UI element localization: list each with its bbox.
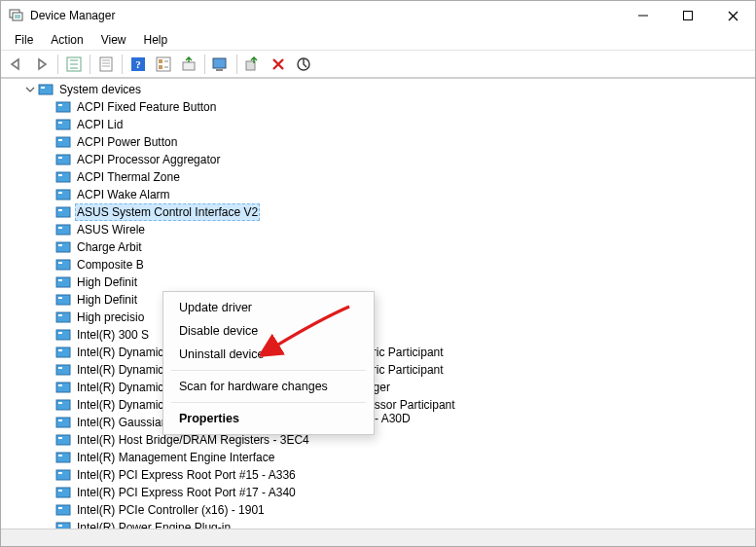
ctx-disable-device[interactable]: Disable device — [163, 319, 374, 343]
svg-rect-44 — [58, 227, 62, 229]
disable-device-button[interactable] — [292, 53, 315, 76]
device-icon — [55, 204, 71, 220]
device-icon — [55, 520, 71, 529]
tree-device-label: Intel(R) PCI Express Root Port #17 - A34… — [75, 484, 298, 501]
device-icon — [55, 292, 71, 308]
tree-device-label: ACPI Fixed Feature Button — [75, 98, 218, 116]
tree-device-item[interactable]: Intel(R) PCIe Controller (x16) - 1901 — [44, 501, 755, 519]
device-icon — [55, 257, 71, 273]
svg-rect-71 — [56, 470, 70, 480]
svg-rect-49 — [56, 277, 70, 287]
enable-device-button[interactable] — [241, 53, 265, 76]
svg-rect-43 — [56, 225, 70, 235]
window-title: Device Manager — [30, 9, 621, 22]
tree-device-item[interactable]: Intel(R) Host Bridge/DRAM Registers - 3E… — [44, 431, 755, 449]
tree-device-label: ACPI Wake Alarm — [75, 186, 172, 203]
tree-device-item[interactable]: Intel(R) Dynamic Platform and Thermal Fr… — [44, 361, 755, 379]
ctx-properties[interactable]: Properties — [163, 407, 374, 430]
svg-rect-27 — [39, 85, 53, 94]
help-button[interactable]: ? — [126, 53, 150, 76]
tree-device-item[interactable]: Intel(R) Dynamic Platform and Thermal Fr… — [44, 379, 755, 396]
svg-rect-52 — [58, 297, 62, 299]
device-icon — [55, 362, 71, 378]
tree-device-item[interactable]: Charge Arbit — [44, 238, 755, 256]
menu-view[interactable]: View — [93, 32, 134, 48]
svg-rect-63 — [56, 400, 70, 410]
svg-rect-67 — [56, 435, 70, 445]
tree-device-item[interactable]: High Definit — [44, 274, 755, 291]
scan-hardware-button[interactable] — [209, 53, 233, 76]
ctx-scan-hardware[interactable]: Scan for hardware changes — [163, 375, 374, 398]
ctx-uninstall-device[interactable]: Uninstall device — [163, 343, 374, 366]
tree-device-item[interactable]: ASUS Wirele — [44, 221, 755, 238]
svg-rect-24 — [216, 69, 223, 71]
svg-rect-55 — [56, 330, 70, 340]
show-hide-tree-button[interactable] — [62, 53, 86, 76]
device-icon — [55, 380, 71, 395]
tree-device-item[interactable]: ACPI Power Button — [44, 133, 755, 151]
device-icon — [55, 485, 71, 500]
minimize-button[interactable] — [621, 1, 666, 30]
svg-rect-39 — [56, 190, 70, 200]
tree-device-item[interactable]: Intel(R) Dynamic Platform and Thermal Fr… — [44, 344, 755, 361]
svg-rect-4 — [684, 12, 693, 20]
tree-device-item[interactable]: Composite B — [44, 256, 755, 274]
svg-rect-59 — [56, 365, 70, 375]
ctx-update-driver[interactable]: Update driver — [163, 296, 374, 319]
tree-device-label: ASUS System Control Interface V2 — [75, 203, 260, 221]
app-icon — [9, 8, 24, 23]
device-icon — [55, 117, 71, 132]
tree-device-item[interactable]: ACPI Fixed Feature Button — [44, 98, 755, 116]
svg-rect-54 — [58, 314, 62, 316]
svg-rect-30 — [58, 104, 62, 106]
tree-category-system-devices[interactable]: System devices — [24, 81, 755, 98]
tree-device-item[interactable]: Intel(R) 300 S — [44, 326, 755, 344]
tree-device-item[interactable]: High precisio — [44, 309, 755, 326]
uninstall-device-button[interactable] — [267, 53, 290, 76]
svg-rect-69 — [56, 453, 70, 462]
svg-rect-37 — [56, 172, 70, 182]
close-button[interactable] — [710, 1, 755, 30]
svg-rect-41 — [56, 207, 70, 217]
svg-rect-42 — [58, 209, 62, 211]
back-button[interactable] — [5, 53, 28, 76]
forward-button[interactable] — [30, 53, 54, 76]
tree-device-item[interactable]: Intel(R) Power Engine Plug-in — [44, 519, 755, 529]
tree-device-item[interactable]: Intel(R) PCI Express Root Port #17 - A34… — [44, 484, 755, 501]
svg-rect-46 — [58, 244, 62, 246]
device-icon — [55, 152, 71, 167]
tree-device-item[interactable]: ACPI Wake Alarm — [44, 186, 755, 203]
window-controls — [621, 1, 755, 30]
tree-device-item[interactable]: Intel(R) Management Engine Interface — [44, 449, 755, 466]
svg-rect-38 — [58, 174, 62, 176]
tree-device-label: High Definit — [75, 291, 139, 309]
svg-rect-33 — [56, 137, 70, 147]
device-icon — [55, 467, 71, 483]
menu-file[interactable]: File — [7, 32, 41, 48]
maximize-button[interactable] — [666, 1, 710, 30]
titlebar: Device Manager — [1, 1, 755, 30]
update-driver-button[interactable] — [177, 53, 200, 76]
truncated-row-suffix: - A30D — [375, 412, 411, 425]
tree-device-label: Intel(R) Power Engine Plug-in — [75, 519, 233, 529]
tree-device-item[interactable]: ACPI Processor Aggregator — [44, 151, 755, 168]
device-icon — [55, 432, 71, 448]
tree-device-label: ACPI Thermal Zone — [75, 168, 182, 186]
tree-device-item[interactable]: ACPI Thermal Zone — [44, 168, 755, 186]
tree-device-label: Intel(R) 300 S — [75, 326, 151, 344]
menu-action[interactable]: Action — [43, 32, 90, 48]
tree-scroll[interactable]: System devices ACPI Fixed Feature Button… — [1, 79, 755, 529]
device-list-button[interactable] — [152, 53, 175, 76]
properties-sheet-button[interactable] — [94, 53, 118, 76]
tree-device-item[interactable]: ASUS System Control Interface V2 — [44, 203, 755, 221]
device-icon — [55, 169, 71, 185]
tree-device-item[interactable]: Intel(R) PCI Express Root Port #15 - A33… — [44, 466, 755, 484]
menu-help[interactable]: Help — [136, 32, 176, 48]
device-icon — [55, 134, 71, 150]
svg-rect-58 — [58, 349, 62, 351]
svg-rect-62 — [58, 384, 62, 386]
svg-rect-31 — [56, 120, 70, 129]
tree-device-item[interactable]: ACPI Lid — [44, 116, 755, 133]
tree-device-item[interactable]: High Definit — [44, 291, 755, 309]
expand-collapse-icon[interactable] — [24, 84, 36, 95]
